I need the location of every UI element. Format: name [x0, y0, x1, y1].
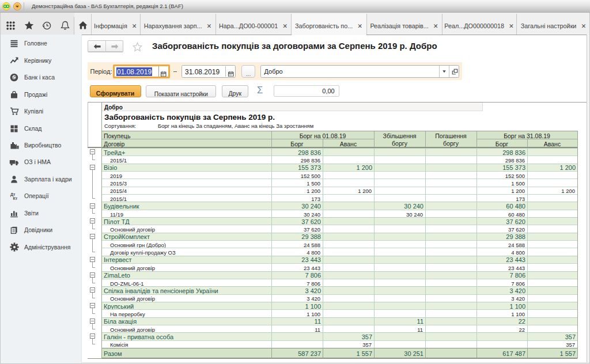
- svg-text:Кт: Кт: [13, 196, 17, 200]
